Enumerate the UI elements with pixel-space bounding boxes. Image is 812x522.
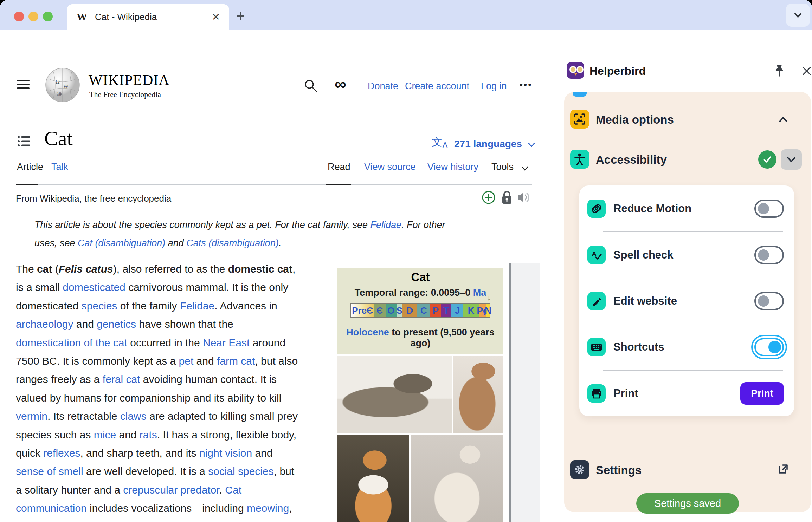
wiki-link[interactable]: rats (140, 429, 157, 441)
languages-button[interactable]: 271 languages (454, 138, 522, 150)
wiki-link[interactable]: Cat (225, 484, 241, 496)
pin-icon[interactable] (772, 63, 786, 79)
svg-text:W: W (63, 84, 69, 90)
wiki-link[interactable]: genetics (97, 318, 136, 330)
nav-create-account-link[interactable]: Create account (405, 81, 469, 92)
timeline-period-C[interactable]: C (417, 304, 431, 317)
wikipedia-page: Ω W 維 WIKIPEDIA The Free Encyclopedia ∞ … (0, 59, 563, 522)
timeline-period-P[interactable]: P (430, 304, 441, 317)
browser-tab[interactable]: W Cat - Wikipedia ✕ (67, 4, 229, 30)
edit-website-row: Edit website (579, 278, 794, 324)
wiki-link[interactable]: sense of smell (16, 465, 83, 477)
wiki-link[interactable]: farm cat (217, 355, 255, 367)
edit-website-toggle[interactable] (754, 292, 784, 310)
language-icon[interactable]: 文A (432, 135, 448, 149)
cat-photo-siamese[interactable] (411, 435, 503, 522)
geologic-timeline: ↓ PreЄЄOSDCPTJKPgN (350, 303, 490, 318)
reduce-motion-row: Reduce Motion (579, 185, 794, 231)
page-scrollbar-thumb[interactable] (509, 263, 511, 522)
cat-photo-grid (337, 356, 503, 522)
accessibility-enabled-badge (758, 150, 776, 169)
appearance-icon[interactable]: ∞ (335, 74, 346, 93)
close-icon[interactable] (800, 64, 812, 78)
wiki-link[interactable]: pet (179, 355, 194, 367)
timeline-bar[interactable]: PreЄЄOSDCPTJKPgN (350, 303, 490, 318)
spell-check-toggle[interactable] (754, 246, 784, 264)
wiki-link[interactable]: domesticated (63, 281, 125, 293)
wiki-link[interactable]: claws (120, 410, 147, 422)
external-link-icon[interactable] (775, 462, 791, 477)
tab-view-history[interactable]: View history (427, 162, 478, 172)
cat-photo-tabby-lying[interactable] (337, 356, 452, 433)
timeline-period-O[interactable]: O (386, 304, 397, 317)
tab-view-source[interactable]: View source (364, 162, 416, 172)
wiki-link[interactable]: night vision (199, 447, 252, 459)
cat-photo-orange-white[interactable] (337, 435, 409, 522)
listen-speaker-icon[interactable] (516, 190, 533, 205)
wiki-link[interactable]: domestication of the cat (16, 337, 127, 348)
wiki-link[interactable]: Felidae (370, 220, 401, 230)
timeline-period-Є[interactable]: Є (374, 304, 386, 317)
wikipedia-globe-logo[interactable]: Ω W 維 (45, 67, 80, 103)
nav-donate-link[interactable]: Donate (368, 81, 398, 92)
wiki-link[interactable]: meowing (247, 502, 289, 514)
accessibility-collapse-button[interactable] (781, 149, 802, 170)
check-icon (761, 154, 773, 165)
cat-photo-abyssinian[interactable] (453, 356, 503, 433)
tab-tools[interactable]: Tools (491, 162, 514, 172)
active-tab-underline (16, 184, 38, 185)
main-menu-icon[interactable] (17, 77, 30, 91)
page-protection-lock-icon (499, 189, 515, 206)
minimize-window-button[interactable] (28, 12, 38, 21)
search-icon[interactable] (303, 78, 318, 93)
timeline-period-D[interactable]: D (402, 304, 417, 317)
wiki-link[interactable]: communication (16, 502, 87, 514)
reduce-motion-toggle[interactable] (754, 200, 784, 218)
wiki-link[interactable]: crepuscular predator (123, 484, 219, 496)
tab-article[interactable]: Article (17, 162, 43, 172)
ma-link[interactable]: Ma (473, 287, 486, 298)
wiki-link[interactable]: reflexes (43, 447, 80, 459)
holocene-link[interactable]: Holocene (346, 327, 389, 338)
tab-close-icon[interactable]: ✕ (212, 11, 220, 23)
print-button[interactable]: Print (740, 382, 784, 405)
shortcuts-toggle[interactable] (754, 338, 784, 356)
wiki-link[interactable]: social species (208, 465, 274, 477)
table-of-contents-icon[interactable] (16, 133, 32, 149)
maximize-window-button[interactable] (43, 12, 53, 21)
wiki-link[interactable]: Felidae (180, 300, 214, 312)
expand-plus-icon[interactable] (481, 190, 496, 205)
wikipedia-wordmark[interactable]: WIKIPEDIA (89, 72, 170, 89)
temporal-range-text: Holocene to present (9,500 years ago) (339, 327, 502, 349)
timeline-period-J[interactable]: J (451, 304, 463, 317)
timeline-period-T[interactable]: T (441, 304, 451, 317)
article-paragraph: The cat (Felis catus), also referred to … (16, 260, 367, 522)
printer-icon (587, 384, 606, 403)
wiki-link[interactable]: Near East (203, 337, 250, 348)
chevron-down-icon[interactable] (520, 163, 530, 174)
chevron-down-icon[interactable] (526, 139, 537, 150)
svg-text:Ω: Ω (56, 79, 60, 85)
timeline-period-PreЄ[interactable]: PreЄ (351, 304, 374, 317)
tab-search-button[interactable] (786, 4, 810, 27)
wiki-link[interactable]: species (82, 300, 117, 312)
wiki-link[interactable]: mice (94, 429, 116, 441)
chevron-up-icon[interactable] (776, 112, 791, 127)
more-options-icon[interactable]: ••• (520, 79, 532, 90)
page-scrollbar-track[interactable] (511, 263, 540, 522)
wiki-link[interactable]: Cat (disambiguation) (78, 238, 165, 248)
wiki-link[interactable]: feral cat (103, 373, 140, 385)
spell-check-label: Spell check (613, 249, 754, 261)
tab-talk[interactable]: Talk (51, 162, 68, 172)
cat-infobox: Cat Temporal range: 0.0095–0 Ma ↓ PreЄЄO… (336, 266, 505, 522)
tab-read[interactable]: Read (328, 162, 350, 172)
page-title: Cat (44, 126, 73, 150)
new-tab-button[interactable]: + (236, 8, 245, 25)
timeline-period-S[interactable]: S (397, 304, 402, 317)
nav-login-link[interactable]: Log in (481, 81, 507, 92)
wiki-link[interactable]: Cats (disambiguation) (186, 238, 279, 248)
timeline-period-N[interactable]: N (486, 304, 490, 317)
close-window-button[interactable] (14, 12, 24, 21)
wiki-link[interactable]: archaeology (16, 318, 73, 330)
wiki-link[interactable]: vermin (16, 410, 47, 422)
